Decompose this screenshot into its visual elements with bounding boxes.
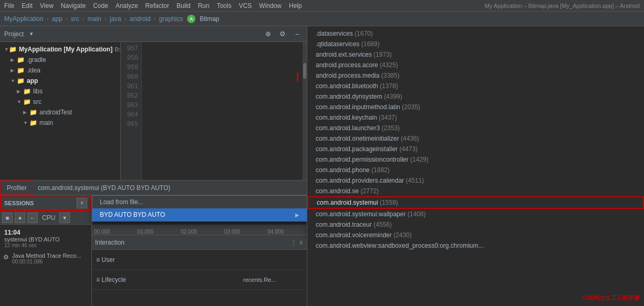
process-name: com.android.keychain	[316, 114, 379, 121]
tick-4: 04.000	[267, 229, 284, 235]
menu-edit[interactable]: Edit	[22, 2, 33, 9]
process-pid: (1429)	[410, 156, 429, 163]
menu-navigate[interactable]: Navigate	[61, 2, 86, 9]
code-line	[146, 44, 298, 54]
submenu-arrow-icon: ▶	[295, 212, 299, 218]
code-line	[146, 63, 298, 72]
menu-help[interactable]: Help	[289, 2, 302, 9]
session-duration: 12 min 46 sec	[4, 242, 87, 248]
record-btn[interactable]: ●	[15, 213, 25, 223]
process-item-voicereminder[interactable]: com.android.voicereminder (2430)	[307, 230, 644, 240]
profiler-panel: Profiler com.android.systemui (BYD AUTO …	[0, 180, 307, 306]
profiler-body: SESSIONS + ■ ● ← CPU ▾ 11:04	[0, 195, 307, 306]
session-name: systemui (BYD AUTO	[4, 236, 87, 242]
more-options-icon[interactable]: ⋮	[290, 239, 297, 246]
menu-code[interactable]: Code	[93, 2, 108, 9]
menu-view[interactable]: View	[40, 2, 54, 9]
tree-item-main[interactable]: ▼ 📁 main	[0, 118, 120, 128]
process-item-dataservices[interactable]: .dataservices (1670)	[307, 28, 644, 39]
breadcrumb-android[interactable]: android	[130, 15, 151, 23]
process-item-inputmethod[interactable]: com.android.inputmethod.latin (2035)	[307, 102, 644, 112]
process-item-se[interactable]: com.android.se (2772)	[307, 186, 644, 196]
process-item-chromium[interactable]: com.android.webview:sandboxed_process0:o…	[307, 240, 644, 251]
process-item-acore[interactable]: android.process.acore (4325)	[307, 60, 644, 70]
process-pid: (1973)	[373, 51, 392, 58]
dropdown-item-byd[interactable]: BYD AUTO BYD AUTO ▶ Other processes ▶	[92, 208, 307, 221]
process-item-calendar[interactable]: com.android.providers.calendar (4511)	[307, 175, 644, 186]
project-dropdown-btn[interactable]: ▾	[30, 30, 33, 37]
menubar: File Edit View Navigate Code Analyze Ref…	[0, 0, 644, 12]
load-file-label: Load from file...	[100, 198, 143, 206]
trace-item[interactable]: ⚙ Java Method Trace Reco... 00:00:31.086	[0, 250, 91, 267]
menu-build[interactable]: Build	[176, 2, 191, 9]
process-item-qtidataservices[interactable]: .qtidataservices (1689)	[307, 39, 644, 49]
tree-item-androidtest-label: androidTest	[39, 109, 72, 116]
process-pid: (1882)	[371, 166, 390, 174]
project-title: Project	[4, 30, 24, 38]
menu-file[interactable]: File	[4, 2, 14, 9]
gear-settings-icon[interactable]: ⚙	[277, 29, 288, 39]
process-item-permissioncontroller[interactable]: com.android.permissioncontroller (1429)	[307, 154, 644, 165]
process-item-dynsystem[interactable]: com.android.dynsystem (4399)	[307, 91, 644, 102]
breadcrumb-app[interactable]: app	[52, 15, 63, 23]
stop-session-btn[interactable]: ■	[2, 213, 13, 223]
tree-item-idea[interactable]: ▶ 📁 .idea	[0, 65, 120, 76]
code-content[interactable]	[142, 42, 303, 180]
menu-vcs[interactable]: VCS	[239, 2, 252, 9]
process-item-packageinstaller[interactable]: com.android.packageinstaller (4473)	[307, 144, 644, 154]
user-label: ≡ User	[96, 256, 159, 263]
process-item-systemui[interactable]: com.android.systemui (1559)	[307, 196, 644, 209]
tree-item-src[interactable]: ▼ 📁 src	[0, 97, 120, 107]
back-btn[interactable]: ←	[27, 213, 38, 223]
dropdown-overlay: Load from file... BYD AUTO BYD AUTO ▶ Ot…	[92, 195, 307, 221]
menu-window[interactable]: Window	[259, 2, 282, 9]
process-item-traceur[interactable]: com.android.traceur (4556)	[307, 219, 644, 230]
tree-item-root[interactable]: ▼ 📁 MyApplication [My Application] D:\My…	[0, 44, 120, 55]
tree-item-app-label: app	[27, 77, 38, 85]
session-item[interactable]: 11:04 systemui (BYD AUTO 12 min 46 sec	[0, 227, 91, 250]
breadcrumb-myapplication[interactable]: MyApplication	[4, 15, 44, 23]
process-item-onetimeinitializer[interactable]: com.android.onetimeinitializer (4436)	[307, 133, 644, 144]
locate-icon[interactable]: ⊕	[263, 29, 273, 39]
tree-item-libs[interactable]: ▶ 📁 libs	[0, 86, 120, 97]
menu-analyze[interactable]: Analyze	[116, 2, 138, 9]
process-pid: (3437)	[379, 114, 397, 121]
sessions-panel: SESSIONS + ■ ● ← CPU ▾ 11:04	[0, 195, 92, 306]
breadcrumb-java[interactable]: java	[110, 15, 121, 23]
menu-refactor[interactable]: Refactor	[146, 2, 169, 9]
process-item-keychain[interactable]: com.android.keychain (3437)	[307, 112, 644, 123]
tree-item-androidtest[interactable]: ▶ 📁 androidTest	[0, 107, 120, 118]
tree-item-gradle[interactable]: ▶ 📁 .gradle	[0, 55, 120, 65]
vertical-scrollbar[interactable]	[303, 42, 307, 180]
right-panel: .dataservices (1670) .qtidataservices (1…	[307, 26, 644, 306]
profiler-tab-bar: Profiler com.android.systemui (BYD AUTO …	[0, 181, 307, 195]
lifecycle-label: ≡ Lifecycle	[96, 276, 159, 283]
tick-1: 01.000	[138, 229, 154, 235]
process-pid: (2430)	[393, 231, 412, 239]
row-header-icons: ⋮ ∧	[290, 239, 304, 246]
process-name: com.android.inputmethod.latin	[316, 103, 402, 111]
cpu-dropdown-btn[interactable]: ▾	[59, 213, 70, 223]
collapse-icon[interactable]: –	[292, 29, 303, 39]
breadcrumb-src[interactable]: src	[71, 15, 79, 23]
tree-item-app[interactable]: ▼ 📁 app	[0, 76, 120, 86]
menu-run[interactable]: Run	[198, 2, 210, 9]
code-editor[interactable]: 957 958 959 960 961 962 963 964 965	[121, 42, 307, 180]
process-item-bluetooth[interactable]: com.android.bluetooth (1378)	[307, 81, 644, 91]
breadcrumb-graphics[interactable]: graphics	[159, 15, 183, 23]
menu-tools[interactable]: Tools	[217, 2, 232, 9]
process-item-launcher3[interactable]: com.android.launcher3 (2353)	[307, 123, 644, 133]
process-item-systemui-wallpaper[interactable]: com.android.systemui:wallpaper (1408)	[307, 209, 644, 219]
lifecycle-value: recents.Re...	[243, 277, 276, 283]
profiler-tab[interactable]: Profiler	[0, 181, 34, 195]
process-item-phone[interactable]: com.android.phone (1882)	[307, 165, 644, 175]
collapse-row-icon[interactable]: ∧	[299, 239, 304, 246]
sessions-add-btn[interactable]: +	[77, 198, 87, 208]
timeline-row-lifecycle: ≡ Lifecycle recents.Re...	[92, 270, 307, 290]
process-name: com.android.bluetooth	[316, 82, 380, 90]
breadcrumb-main[interactable]: main	[88, 15, 101, 23]
process-item-media[interactable]: android.process.media (3385)	[307, 70, 644, 81]
process-item-extservices[interactable]: android.ext.services (1973)	[307, 49, 644, 60]
left-panel: Project ▾ ⊕ ⚙ – ▼ 📁 MyApplication [My Ap…	[0, 26, 307, 306]
dropdown-item-load[interactable]: Load from file...	[92, 196, 307, 208]
